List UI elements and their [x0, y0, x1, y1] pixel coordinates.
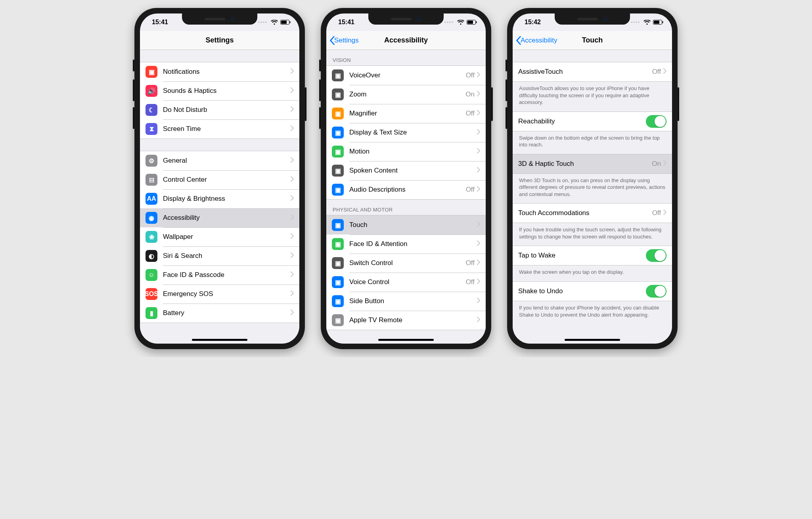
- settings-row[interactable]: ▣Side Button: [326, 292, 486, 311]
- row-icon: ▣: [332, 276, 344, 288]
- settings-row[interactable]: AADisplay & Brightness: [140, 189, 299, 208]
- settings-row[interactable]: ▣Notifications: [140, 62, 299, 81]
- row-icon: ▣: [332, 314, 344, 326]
- settings-list[interactable]: ▣Notifications🔊Sounds & Haptics☾Do Not D…: [140, 50, 299, 344]
- settings-row[interactable]: ▣Voice ControlOff: [326, 273, 486, 292]
- status-time: 15:42: [525, 19, 541, 26]
- settings-row[interactable]: SOSEmergency SOS: [140, 284, 299, 304]
- settings-row[interactable]: ▣Display & Text Size: [326, 123, 486, 142]
- row-label: Apple TV Remote: [349, 316, 477, 324]
- row-label: Do Not Disturb: [163, 106, 291, 114]
- settings-row[interactable]: ❀Wallpaper: [140, 227, 299, 246]
- chevron-right-icon: [477, 129, 480, 136]
- settings-row[interactable]: 3D & Haptic TouchOn: [513, 154, 672, 173]
- chevron-right-icon: [291, 176, 294, 183]
- page-title: Touch: [582, 36, 603, 44]
- row-icon: ▣: [332, 184, 344, 196]
- svg-rect-2: [290, 21, 291, 23]
- row-icon: ▮: [146, 307, 157, 319]
- page-title: Settings: [205, 36, 234, 44]
- row-label: Display & Text Size: [349, 129, 477, 136]
- settings-row[interactable]: Touch AccommodationsOff: [513, 204, 672, 223]
- row-label: 3D & Haptic Touch: [518, 160, 652, 168]
- back-label: Accessibility: [521, 37, 557, 44]
- svg-rect-4: [467, 21, 473, 24]
- back-button[interactable]: Settings: [329, 31, 358, 50]
- settings-row[interactable]: ▣MagnifierOff: [326, 104, 486, 123]
- row-label: Display & Brightness: [163, 195, 291, 203]
- accessibility-list[interactable]: VISION ▣VoiceOverOff▣ZoomOn▣MagnifierOff…: [326, 50, 486, 344]
- phone-touch: 15:42 Accessibility Touch AssistiveTouch…: [507, 8, 678, 349]
- row-label: Notifications: [163, 68, 291, 76]
- row-icon: ▣: [332, 88, 344, 100]
- chevron-right-icon: [477, 221, 480, 229]
- chevron-right-icon: [291, 233, 294, 240]
- row-value: On: [465, 90, 475, 98]
- settings-row[interactable]: ◉Accessibility: [140, 208, 299, 227]
- settings-row[interactable]: ▮Battery: [140, 304, 299, 323]
- chevron-right-icon: [477, 240, 480, 248]
- row-label: Emergency SOS: [163, 290, 291, 298]
- chevron-right-icon: [291, 290, 294, 298]
- settings-row[interactable]: ▣Apple TV Remote: [326, 311, 486, 330]
- row-label: Accessibility: [163, 214, 291, 222]
- settings-row[interactable]: 🔊Sounds & Haptics: [140, 81, 299, 100]
- row-icon: ❀: [146, 231, 157, 243]
- row-label: Sounds & Haptics: [163, 87, 291, 95]
- chevron-right-icon: [291, 106, 294, 113]
- settings-row[interactable]: Shake to Undo: [513, 282, 672, 301]
- page-title: Accessibility: [384, 36, 428, 44]
- row-icon: ⧗: [146, 123, 157, 135]
- settings-row[interactable]: ▣Motion: [326, 142, 486, 161]
- chevron-right-icon: [291, 271, 294, 279]
- toggle-switch[interactable]: [646, 115, 666, 128]
- settings-row[interactable]: Reachability: [513, 112, 672, 131]
- chevron-right-icon: [291, 125, 294, 133]
- row-label: Zoom: [349, 90, 465, 98]
- toggle-switch[interactable]: [646, 249, 666, 262]
- wifi-icon: [643, 20, 651, 25]
- row-footnote: AssistiveTouch allows you to use your iP…: [513, 82, 672, 111]
- cellular-dots-icon: [631, 21, 640, 23]
- cellular-dots-icon: [444, 21, 453, 23]
- row-value: Off: [466, 278, 475, 286]
- settings-row[interactable]: ▣Switch ControlOff: [326, 254, 486, 273]
- row-icon: ◉: [146, 212, 157, 224]
- chevron-right-icon: [663, 210, 666, 217]
- settings-row[interactable]: ⧗Screen Time: [140, 119, 299, 138]
- home-indicator[interactable]: [192, 339, 247, 341]
- settings-row[interactable]: ☺Face ID & Passcode: [140, 265, 299, 284]
- settings-row[interactable]: ⚙General: [140, 151, 299, 170]
- home-indicator[interactable]: [565, 339, 620, 341]
- toggle-switch[interactable]: [646, 285, 666, 298]
- touch-list[interactable]: AssistiveTouchOffAssistiveTouch allows y…: [513, 50, 672, 344]
- chevron-right-icon: [291, 87, 294, 94]
- settings-row[interactable]: ▣Spoken Content: [326, 161, 486, 180]
- row-value: Off: [466, 110, 475, 117]
- settings-row[interactable]: ⊟Control Center: [140, 170, 299, 189]
- settings-row[interactable]: ▣Face ID & Attention: [326, 235, 486, 254]
- cellular-dots-icon: [258, 21, 267, 23]
- status-time: 15:41: [152, 19, 168, 26]
- settings-row[interactable]: AssistiveTouchOff: [513, 62, 672, 81]
- row-label: Shake to Undo: [518, 287, 646, 295]
- row-icon: ▣: [332, 238, 344, 250]
- row-label: Tap to Wake: [518, 252, 646, 260]
- settings-row[interactable]: ☾Do Not Disturb: [140, 100, 299, 119]
- row-icon: ▣: [332, 257, 344, 269]
- settings-row[interactable]: Tap to Wake: [513, 246, 672, 265]
- home-indicator[interactable]: [378, 339, 434, 341]
- settings-row[interactable]: ▣Touch: [326, 215, 486, 235]
- settings-row[interactable]: ◐Siri & Search: [140, 246, 299, 265]
- svg-rect-8: [663, 21, 663, 23]
- nav-bar: Settings: [140, 31, 299, 50]
- row-footnote: Wake the screen when you tap on the disp…: [513, 265, 672, 281]
- wifi-icon: [457, 20, 464, 25]
- back-button[interactable]: Accessibility: [516, 31, 557, 50]
- row-label: Magnifier: [349, 110, 466, 117]
- settings-row[interactable]: ▣Audio DescriptionsOff: [326, 180, 486, 199]
- settings-row[interactable]: ▣ZoomOn: [326, 85, 486, 104]
- chevron-right-icon: [477, 260, 480, 267]
- chevron-right-icon: [291, 252, 294, 260]
- settings-row[interactable]: ▣VoiceOverOff: [326, 66, 486, 85]
